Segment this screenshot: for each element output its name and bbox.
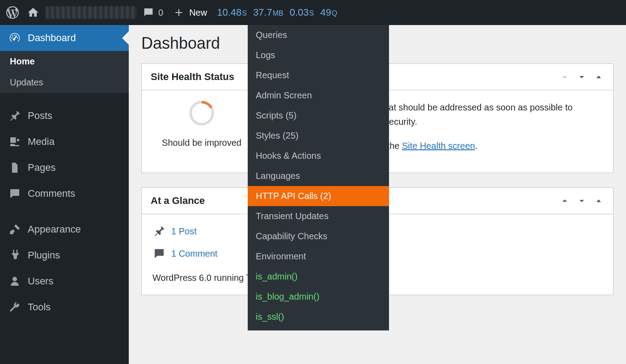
admin-bar: 0 New 10.48S 37.7MB 0.03S 49Q bbox=[0, 0, 626, 25]
comment-count[interactable]: 0 bbox=[158, 8, 163, 18]
new-button[interactable]: New bbox=[189, 8, 207, 18]
wordpress-logo[interactable] bbox=[5, 5, 20, 20]
qm-memory[interactable]: 37.7MB bbox=[253, 7, 283, 18]
plus-icon[interactable] bbox=[173, 7, 185, 18]
site-name-blurred[interactable] bbox=[46, 6, 137, 19]
qm-db-time[interactable]: 0.03S bbox=[290, 7, 314, 18]
comment-icon[interactable] bbox=[142, 6, 155, 19]
qm-time[interactable]: 10.48S bbox=[217, 7, 247, 18]
qm-query-count[interactable]: 49Q bbox=[320, 7, 337, 18]
query-monitor-stats[interactable]: 10.48S 37.7MB 0.03S 49Q bbox=[217, 7, 337, 18]
home-icon[interactable] bbox=[27, 6, 39, 19]
